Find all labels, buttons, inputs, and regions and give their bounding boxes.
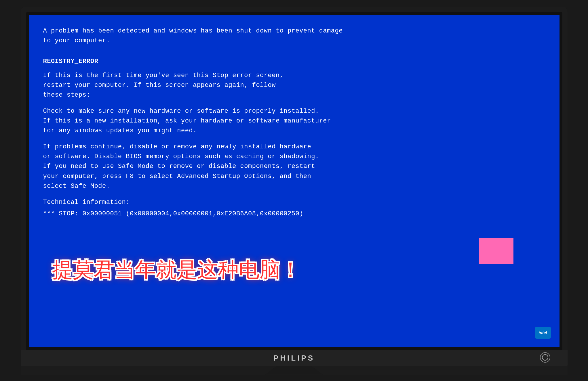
- bsod-para1-line2: restart your computer. If this screen ap…: [43, 81, 545, 90]
- intel-label: intel: [539, 330, 547, 335]
- bsod-para2-line1: Check to make sure any new hardware or s…: [43, 106, 545, 116]
- bsod-para3-line3: If you need to use Safe Mode to remove o…: [43, 162, 545, 171]
- bsod-error-code: REGISTRY_ERROR: [43, 58, 545, 65]
- bsod-content: A problem has been detected and windows …: [43, 26, 545, 217]
- bsod-para1-line3: these steps:: [43, 90, 545, 100]
- monitor-stand: [265, 366, 323, 375]
- pink-rectangle: [479, 238, 513, 264]
- bsod-stop-code: *** STOP: 0x00000051 (0x00000004,0x00000…: [43, 210, 545, 217]
- bsod-para3-line1: If problems continue, disable or remove …: [43, 142, 545, 152]
- monitor-bezel: A problem has been detected and windows …: [26, 12, 562, 350]
- bsod-para3-line4: your computer, press F8 to select Advanc…: [43, 172, 545, 181]
- bsod-para2-line2: If this is a new installation, ask your …: [43, 116, 545, 126]
- bsod-para3-line5: select Safe Mode.: [43, 181, 545, 191]
- intel-badge: intel: [535, 327, 551, 339]
- chinese-overlay-text: 提莫君当年就是这种电脑！: [52, 256, 300, 284]
- bsod-para2-line3: for any windows updates you might need.: [43, 126, 545, 136]
- bsod-para3-line2: or software. Disable BIOS memory options…: [43, 152, 545, 162]
- screen: A problem has been detected and windows …: [29, 15, 560, 347]
- bsod-para1-line1: If this is the first time you've seen th…: [43, 71, 545, 81]
- bsod-line1: A problem has been detected and windows …: [43, 26, 545, 36]
- power-button[interactable]: [540, 352, 550, 363]
- bsod-line2: to your computer.: [43, 36, 545, 46]
- monitor-brand-label: PHILIPS: [273, 354, 315, 363]
- bsod-tech-info: Technical information:: [43, 198, 545, 207]
- monitor-outer: A problem has been detected and windows …: [21, 7, 568, 375]
- monitor-base-bar: PHILIPS: [21, 350, 568, 366]
